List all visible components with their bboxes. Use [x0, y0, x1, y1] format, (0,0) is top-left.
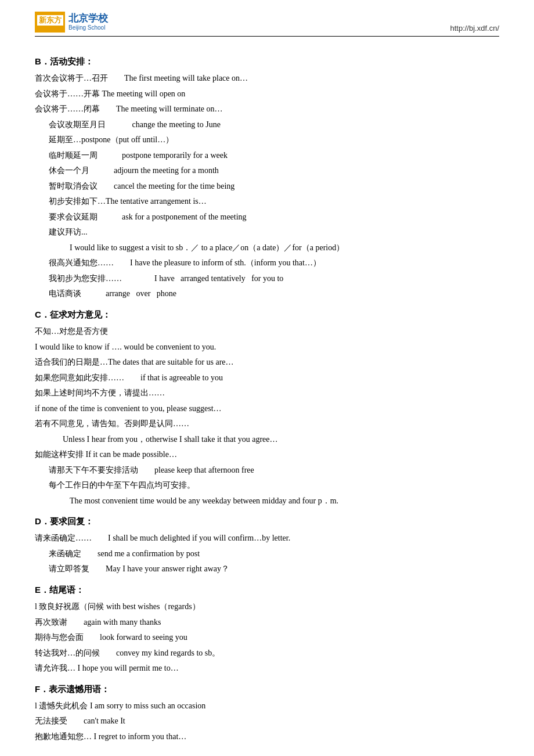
- line-b15-text: 电话商谈 arrange over phone: [49, 289, 176, 298]
- line-b7: 休会一个月 adjourn the meeting for a month: [35, 164, 499, 178]
- line-b2-zh: 会议将于……开幕 The meeting will open on: [35, 89, 185, 98]
- line-c1: 不知…对您是否方便: [35, 325, 499, 339]
- line-d3: 请立即答复 May I have your answer right away？: [35, 562, 499, 577]
- line-b14-text: 我初步为您安排…… I have arranged tentatively fo…: [49, 274, 283, 283]
- section-e: E．结尾语： l 致良好祝愿（问候 with best wishes（regar…: [35, 582, 499, 676]
- line-c5: 如果上述时间均不方便，请提出……: [35, 386, 499, 401]
- line-b14: 我初步为您安排…… I have arranged tentatively fo…: [35, 272, 499, 286]
- line-b4: 会议改期至月日 change the meeting to June: [35, 118, 499, 132]
- xdf-cn-label: XDF.CN: [42, 26, 57, 30]
- line-b8: 暂时取消会议 cancel the meeting for the time b…: [35, 179, 499, 194]
- section-b: B．活动安排： 首次会议将于…召开 The first meeting will…: [35, 54, 499, 301]
- section-f-title: F．表示遗憾用语：: [35, 682, 499, 697]
- main-content: B．活动安排： 首次会议将于…召开 The first meeting will…: [35, 41, 499, 744]
- line-c9: 如能这样安排 If it can be made possible…: [35, 448, 499, 462]
- line-b13-text: 很高兴通知您…… I have the pleasure to inform o…: [49, 258, 321, 267]
- xdf-text: 新东方: [39, 16, 62, 24]
- line-c2: I would like to know if …. would be conv…: [35, 340, 499, 355]
- section-e-title: E．结尾语：: [35, 582, 499, 597]
- line-c4: 如果您同意如此安排…… if that is agreeable to you: [35, 371, 499, 386]
- line-b10: 要求会议延期 ask for a postponement of the mee…: [35, 210, 499, 225]
- section-c-title: C．征求对方意见：: [35, 307, 499, 322]
- header-url: http://bj.xdf.cn/: [450, 24, 499, 33]
- line-c12: The most convenient time would be any we…: [35, 494, 499, 509]
- line-e3: 期待与您会面 look forward to seeing you: [35, 631, 499, 645]
- line-b5: 延期至…postpone（put off until…）: [35, 133, 499, 147]
- line-e2: 再次致谢 again with many thanks: [35, 615, 499, 630]
- line-c3: 适合我们的日期是…The dates that are suitable for…: [35, 355, 499, 370]
- line-b12-text: I would like to suggest a visit to sb．／ …: [70, 243, 344, 252]
- line-f3: 抱歉地通知您… I regret to inform you that…: [35, 730, 499, 744]
- line-c7: 若有不同意见，请告知。否则即是认同……: [35, 417, 499, 431]
- line-f1: l 遗憾失此机会 I am sorry to miss such an occa…: [35, 699, 499, 714]
- xdf-logo-icon: 新东方 XDF.CN: [35, 12, 65, 33]
- line-e4: 转达我对…的问候 convey my kind regards to sb。: [35, 646, 499, 661]
- line-b1: 首次会议将于…召开 The first meeting will take pl…: [35, 71, 499, 86]
- page-header: 新东方 XDF.CN 北京学校 Beijing School http://bj…: [35, 12, 499, 37]
- line-c6: if none of the time is convenient to you…: [35, 402, 499, 416]
- school-name-en: Beijing School: [68, 24, 108, 31]
- line-b3-zh: 会议将于……闭幕 The meeting will terminate on…: [35, 105, 223, 113]
- page-container: 新东方 XDF.CN 北京学校 Beijing School http://bj…: [0, 0, 534, 756]
- line-b7-text: 休会一个月 adjourn the meeting for a month: [49, 166, 219, 175]
- section-c: C．征求对方意见： 不知…对您是否方便 I would like to know…: [35, 307, 499, 508]
- line-b5-text: 延期至…postpone（put off until…）: [49, 135, 174, 144]
- line-e5: 请允许我… I hope you will permit me to…: [35, 661, 499, 676]
- line-f2: 无法接受 can't make It: [35, 714, 499, 729]
- line-b3: 会议将于……闭幕 The meeting will terminate on…: [35, 102, 499, 117]
- line-b11: 建议拜访...: [35, 225, 499, 240]
- line-b12: I would like to suggest a visit to sb．／ …: [35, 241, 499, 255]
- section-f: F．表示遗憾用语： l 遗憾失此机会 I am sorry to miss su…: [35, 682, 499, 744]
- line-b9: 初步安排如下…The tentative arrangement is…: [35, 195, 499, 209]
- school-name-area: 北京学校 Beijing School: [68, 13, 108, 31]
- line-c8: Unless I hear from you，otherwise I shall…: [35, 433, 499, 447]
- line-c11: 每个工作日的中午至下午四点均可安排。: [35, 478, 499, 493]
- line-d1: 请来函确定…… I shall be much delighted if you…: [35, 531, 499, 546]
- section-d-title: D．要求回复：: [35, 514, 499, 529]
- line-b2: 会议将于……开幕 The meeting will open on: [35, 87, 499, 102]
- section-b-title: B．活动安排：: [35, 54, 499, 69]
- line-e1: l 致良好祝愿（问候 with best wishes（regards）: [35, 600, 499, 614]
- line-c10: 请那天下午不要安排活动 please keep that afternoon f…: [35, 463, 499, 478]
- line-b1-zh: 首次会议将于…召开 The first meeting will take pl…: [35, 74, 248, 82]
- line-b9-text: 初步安排如下…The tentative arrangement is…: [49, 197, 207, 206]
- line-b6: 临时顺延一周 postpone temporarily for a week: [35, 149, 499, 163]
- line-b11-text: 建议拜访...: [49, 228, 88, 236]
- line-d2: 来函确定 send me a confirmation by post: [35, 547, 499, 561]
- line-b6-text: 临时顺延一周 postpone temporarily for a week: [49, 151, 228, 160]
- line-b4-text: 会议改期至月日 change the meeting to June: [49, 120, 221, 129]
- section-d: D．要求回复： 请来函确定…… I shall be much delighte…: [35, 514, 499, 577]
- line-b10-text: 要求会议延期 ask for a postponement of the mee…: [49, 213, 247, 221]
- line-b15: 电话商谈 arrange over phone: [35, 287, 499, 301]
- line-b8-text: 暂时取消会议 cancel the meeting for the time b…: [49, 182, 234, 190]
- logo-area: 新东方 XDF.CN 北京学校 Beijing School: [35, 12, 108, 33]
- school-name-cn: 北京学校: [68, 13, 108, 24]
- line-b13: 很高兴通知您…… I have the pleasure to inform o…: [35, 256, 499, 271]
